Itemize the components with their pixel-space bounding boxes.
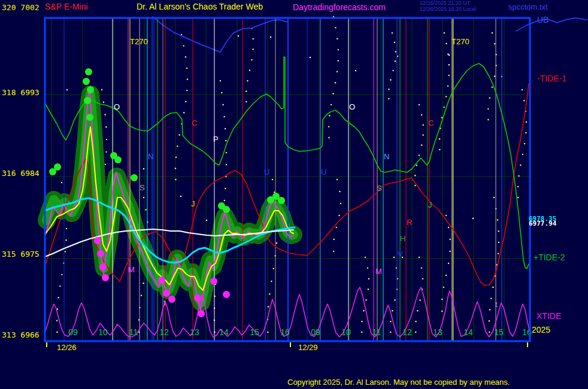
yellow-dot [56, 332, 57, 333]
yellow-dot [522, 154, 523, 155]
white-dot [448, 54, 450, 56]
yellow-dot [392, 310, 393, 311]
yellow-dot [447, 85, 448, 86]
yellow-dot [448, 75, 450, 76]
yellow-dot [449, 239, 450, 240]
yellow-dot [394, 299, 395, 300]
yellow-dot [492, 32, 493, 34]
yellow-dot [487, 119, 489, 120]
yellow-dot [422, 134, 423, 135]
data-file-link[interactable]: spcctom.txt [508, 3, 548, 11]
yellow-dot [449, 251, 450, 252]
yellow-dot [65, 239, 66, 241]
yellow-dot [490, 298, 492, 299]
copyright-notice: Copyright 2025, Dr. Al Larson. May not b… [287, 378, 510, 386]
green-high-dot [54, 163, 61, 171]
yellow-dot [329, 115, 330, 116]
yellow-dot [368, 278, 369, 279]
yellow-dot [494, 43, 495, 44]
magenta-low-dot [168, 296, 175, 303]
price-label-6984: 316 6984 [2, 169, 40, 177]
yellow-dot [335, 82, 336, 83]
yellow-dot [104, 114, 105, 115]
hour-label: 15 [494, 327, 504, 337]
yellow-dot [365, 299, 366, 300]
price-label-6975: 315 6975 [2, 250, 40, 258]
magenta-low-dot [163, 290, 170, 297]
forecast-letter: t [495, 300, 498, 309]
yellow-dot [143, 197, 144, 198]
green-high-dot [223, 206, 230, 213]
green-high-dot [83, 78, 90, 85]
yellow-dot [61, 274, 62, 275]
hour-label: 12 [159, 327, 169, 337]
yellow-dot [448, 64, 450, 65]
forecast-letter: R [407, 218, 412, 227]
price-scale-top-label: 320 7002 [2, 4, 40, 11]
hour-label: 13 [190, 327, 199, 337]
yellow-dot [518, 175, 519, 177]
yellow-dot [415, 321, 416, 322]
yellow-dot [422, 278, 423, 279]
chart-canvas: T270OCPNUSJMtT270OCNUSJRHVMt091011121314… [0, 0, 588, 389]
price-readout-white: 6977.94 [529, 220, 556, 227]
forecast-letter: N [148, 152, 153, 161]
yellow-dot [498, 230, 499, 232]
yellow-dot [498, 253, 499, 254]
yellow-dot [143, 282, 144, 284]
yellow-dot [337, 38, 338, 39]
yellow-dot [492, 86, 493, 87]
yellow-dot [183, 112, 184, 113]
yellow-dot [523, 100, 525, 101]
site-link[interactable]: Daytradingforecasts.com [293, 3, 386, 11]
green-high-dot [87, 86, 94, 93]
white-dot [472, 218, 474, 219]
yellow-dot [337, 71, 338, 72]
yellow-dot [247, 80, 248, 81]
magenta-low-dot [158, 276, 165, 284]
yellow-dot [441, 311, 442, 312]
magenta-low-dot [97, 250, 104, 257]
yellow-dot [390, 79, 391, 80]
yellow-dot [390, 332, 391, 333]
hour-label: 10 [98, 327, 108, 337]
green-high-dot [86, 114, 93, 121]
yellow-dot [253, 48, 254, 50]
yellow-dot [489, 98, 490, 99]
yellow-dot [443, 287, 444, 288]
forecast-letter: J [191, 199, 195, 208]
yellow-dot [517, 197, 519, 198]
forecast-letter: J [428, 200, 432, 209]
yellow-dot [178, 134, 180, 135]
yellow-dot [439, 149, 440, 150]
green-high-dot [85, 68, 92, 75]
forecast-letter: U [264, 168, 269, 177]
yellow-dot [421, 114, 422, 116]
yellow-dot [269, 293, 270, 294]
yellow-dot [272, 179, 273, 180]
yellow-dot [175, 157, 177, 158]
symbol-label: S&P E-Mini [45, 2, 87, 11]
yellow-dot [274, 192, 275, 193]
white-dot [180, 196, 181, 197]
yellow-dot [445, 275, 447, 276]
green-high-dot [84, 97, 91, 104]
yellow-dot [186, 90, 187, 91]
yellow-dot [334, 239, 335, 240]
yellow-dot [271, 281, 272, 282]
yellow-dot [415, 332, 416, 333]
yellow-dot [226, 152, 227, 153]
white-dot [310, 57, 311, 58]
yellow-dot [185, 56, 186, 57]
yellow-dot [494, 75, 495, 77]
yellow-dot [493, 197, 495, 198]
forecast-letter: O [349, 102, 355, 111]
yellow-dot [65, 251, 66, 252]
yellow-dot [187, 78, 188, 80]
yellow-dot [224, 200, 225, 201]
yellow-dot [337, 179, 338, 180]
timestamp-ut: 12/26/2025 21:20 UT [420, 1, 471, 6]
yellow-dot [251, 59, 252, 60]
forecast-letter: N [384, 152, 389, 161]
yellow-dot [145, 209, 146, 210]
